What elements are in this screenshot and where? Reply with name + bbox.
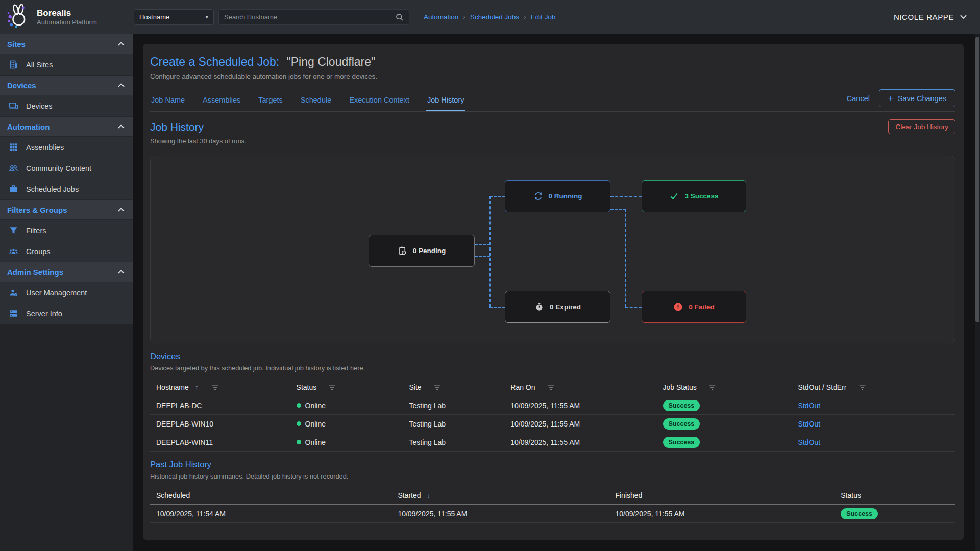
past-status: Success xyxy=(835,508,955,519)
col-stdout-stderr[interactable]: StdOut / StdErr xyxy=(792,383,955,391)
col-status[interactable]: Status xyxy=(835,491,955,499)
breadcrumb-scheduled-jobs[interactable]: Scheduled Jobs xyxy=(470,13,519,21)
sidebar-item-label: All Sites xyxy=(26,61,53,69)
sidebar-section-label: Sites xyxy=(7,40,26,48)
device-row[interactable]: DEEPLAB-DC Online Testing Lab 10/09/2025… xyxy=(150,396,955,415)
funnel-icon xyxy=(9,226,18,235)
sidebar-item-all-sites[interactable]: All Sites xyxy=(0,54,133,75)
flow-node-label: 0 Pending xyxy=(413,247,446,255)
col-job-status[interactable]: Job Status xyxy=(657,383,792,391)
flow-node-failed: 0 Failed xyxy=(642,291,746,323)
flow-node-label: 0 Running xyxy=(549,192,582,200)
people-icon xyxy=(9,163,18,173)
flow-node-success: 3 Success xyxy=(642,180,746,212)
col-finished[interactable]: Finished xyxy=(609,491,835,499)
col-ran-on[interactable]: Ran On xyxy=(504,383,656,391)
tab-schedule[interactable]: Schedule xyxy=(300,92,332,111)
search-input[interactable] xyxy=(224,13,395,21)
tab-job-name[interactable]: Job Name xyxy=(150,92,186,111)
status-label: Online xyxy=(305,402,326,410)
sidebar-item-server-info[interactable]: Server Info xyxy=(0,303,133,324)
breadcrumb-separator: › xyxy=(524,13,526,21)
stopwatch-icon xyxy=(534,302,544,312)
devices-table-header: Hostname Status Site Ran On Job S xyxy=(150,379,955,396)
clipboard-clock-icon xyxy=(398,246,407,256)
stdout-link[interactable]: StdOut xyxy=(798,438,821,446)
col-site[interactable]: Site xyxy=(403,383,504,391)
breadcrumb-edit-job[interactable]: Edit Job xyxy=(531,13,556,21)
main-region: Create a Scheduled Job: "Ping Cloudflare… xyxy=(133,34,980,551)
sidebar-item-assemblies[interactable]: Assemblies xyxy=(0,137,133,158)
col-started[interactable]: Started xyxy=(391,491,609,499)
sidebar-section-filters-groups[interactable]: Filters & Groups xyxy=(0,199,133,220)
devices-icon xyxy=(9,101,18,111)
job-history-heading: Job History xyxy=(150,121,204,133)
building-icon xyxy=(9,60,18,69)
sidebar-filler xyxy=(0,324,133,551)
device-hostname: DEEPLAB-WIN10 xyxy=(150,420,290,428)
tab-job-history[interactable]: Job History xyxy=(426,92,465,111)
sidebar-item-devices[interactable]: Devices xyxy=(0,95,133,116)
tab-assemblies[interactable]: Assemblies xyxy=(202,92,241,111)
plus-icon: + xyxy=(888,94,893,103)
job-status-flow-diagram: 0 Pending 0 Running 3 Success xyxy=(150,156,955,343)
flow-connector xyxy=(489,196,491,307)
status-badge: Success xyxy=(663,418,700,430)
save-changes-label: Save Changes xyxy=(898,94,946,103)
save-changes-button[interactable]: + Save Changes xyxy=(879,89,955,107)
flow-connector xyxy=(475,256,490,257)
sidebar-item-scheduled-jobs[interactable]: Scheduled Jobs xyxy=(0,179,133,199)
column-label: Hostname xyxy=(156,383,189,391)
sidebar-item-user-management[interactable]: User Management xyxy=(0,282,133,303)
sidebar-item-label: Community Content xyxy=(26,164,91,172)
page-subtitle: Configure advanced schedulable automatio… xyxy=(150,72,955,80)
device-row[interactable]: DEEPLAB-WIN11 Online Testing Lab 10/09/2… xyxy=(150,433,955,452)
sidebar-section-admin-settings[interactable]: Admin Settings xyxy=(0,262,133,282)
device-ran-on: 10/09/2025, 11:55 AM xyxy=(504,420,656,428)
chevron-up-icon xyxy=(118,124,125,129)
past-job-history-table: Scheduled Started Finished Status 10/09/… xyxy=(150,487,955,523)
scrollbar-track[interactable] xyxy=(975,34,980,551)
sidebar-item-filters[interactable]: Filters xyxy=(0,220,133,241)
sidebar-item-community-content[interactable]: Community Content xyxy=(0,158,133,179)
sidebar-section-devices[interactable]: Devices xyxy=(0,75,133,95)
sidebar-section-sites[interactable]: Sites xyxy=(0,34,133,54)
device-row[interactable]: DEEPLAB-WIN10 Online Testing Lab 10/09/2… xyxy=(150,415,955,433)
device-status: Online xyxy=(290,420,403,428)
job-history-header-row: Job History Clear Job History xyxy=(150,119,955,134)
filter-icon[interactable] xyxy=(328,384,336,390)
breadcrumb-automation[interactable]: Automation xyxy=(424,13,458,21)
column-label: StdOut / StdErr xyxy=(798,383,847,391)
filter-icon[interactable] xyxy=(858,384,867,390)
clear-job-history-button[interactable]: Clear Job History xyxy=(888,119,955,134)
tab-execution-context[interactable]: Execution Context xyxy=(348,92,410,111)
status-badge: Success xyxy=(663,400,700,411)
sidebar-section-label: Admin Settings xyxy=(7,268,63,277)
col-hostname[interactable]: Hostname xyxy=(150,383,290,391)
user-menu[interactable]: NICOLE RAPPE xyxy=(894,13,967,21)
stdout-link[interactable]: StdOut xyxy=(798,420,821,428)
flow-connector xyxy=(475,244,490,245)
filter-icon[interactable] xyxy=(708,384,717,390)
filter-icon[interactable] xyxy=(547,384,555,390)
scheduled-job-card: Create a Scheduled Job: "Ping Cloudflare… xyxy=(143,44,964,540)
sidebar-item-groups[interactable]: Groups xyxy=(0,241,133,262)
sidebar-item-label: Groups xyxy=(26,247,51,256)
device-status: Online xyxy=(290,438,403,446)
past-job-history-subtitle: Historical job history summaries. Detail… xyxy=(150,472,955,480)
search-icon[interactable] xyxy=(395,13,404,21)
past-finished: 10/09/2025, 11:55 AM xyxy=(609,510,835,518)
sidebar-section-automation[interactable]: Automation xyxy=(0,116,133,137)
tab-targets[interactable]: Targets xyxy=(257,92,284,111)
filter-icon[interactable] xyxy=(211,384,219,390)
past-job-row[interactable]: 10/09/2025, 11:54 AM 10/09/2025, 11:55 A… xyxy=(150,505,955,523)
sidebar: Sites All Sites Devices Devices xyxy=(0,34,133,551)
status-badge: Success xyxy=(841,508,878,519)
filter-icon[interactable] xyxy=(433,384,442,390)
col-scheduled[interactable]: Scheduled xyxy=(150,491,391,499)
col-status[interactable]: Status xyxy=(290,383,403,391)
stdout-link[interactable]: StdOut xyxy=(798,402,821,410)
hostname-select[interactable]: Hostname ▾ xyxy=(134,9,214,25)
cancel-button[interactable]: Cancel xyxy=(847,94,870,103)
scrollbar-thumb[interactable] xyxy=(975,37,979,322)
